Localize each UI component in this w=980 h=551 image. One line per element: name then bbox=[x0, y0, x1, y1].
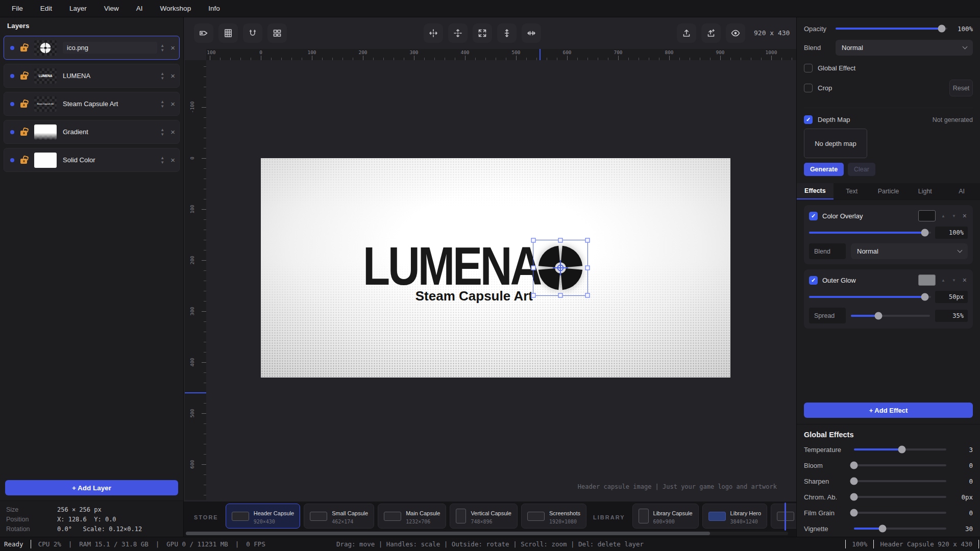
layer-name[interactable]: Steam Capsule Art bbox=[63, 100, 160, 108]
snap-toggle-button[interactable] bbox=[243, 23, 262, 43]
preview-button[interactable] bbox=[726, 23, 745, 43]
resize-handle-se[interactable] bbox=[585, 293, 590, 298]
format-card-small-capsule[interactable]: Small Capsule 462×174 bbox=[304, 504, 374, 529]
resize-handle-s[interactable] bbox=[558, 293, 563, 298]
remove-effect-icon[interactable]: × bbox=[962, 212, 968, 220]
glow-color-swatch[interactable] bbox=[918, 274, 936, 286]
move-layer-down-icon[interactable]: ▼ bbox=[160, 160, 164, 165]
layer-visibility-dot[interactable] bbox=[10, 74, 14, 78]
layer-visibility-dot[interactable] bbox=[10, 158, 14, 162]
selection-center-crosshair[interactable] bbox=[553, 260, 568, 276]
unlock-icon[interactable] bbox=[20, 159, 27, 164]
resize-handle-sw[interactable] bbox=[531, 293, 536, 298]
layer-visibility-dot[interactable] bbox=[10, 102, 14, 106]
format-scrollbar[interactable] bbox=[186, 532, 788, 535]
unlock-icon[interactable] bbox=[20, 131, 27, 136]
move-layer-up-icon[interactable]: ▲ bbox=[160, 156, 164, 160]
spread-slider[interactable] bbox=[851, 315, 930, 317]
menu-layer[interactable]: Layer bbox=[61, 0, 95, 17]
sharpen-slider[interactable] bbox=[854, 480, 946, 482]
tab-particle[interactable]: Particle bbox=[870, 183, 907, 199]
tab-text[interactable]: Text bbox=[834, 183, 870, 199]
fit-to-canvas-button[interactable] bbox=[473, 23, 492, 43]
format-card-screenshots[interactable]: Screenshots 980×551 bbox=[521, 504, 586, 529]
effect-blend-select[interactable]: Normal bbox=[851, 243, 968, 259]
tag-tool-button[interactable] bbox=[194, 23, 213, 43]
crop-checkbox[interactable] bbox=[804, 84, 813, 92]
color-overlay-amount-slider[interactable] bbox=[809, 232, 931, 234]
reset-button[interactable]: Reset bbox=[949, 80, 973, 96]
resize-handle-n[interactable] bbox=[558, 238, 563, 243]
delete-layer-icon[interactable]: × bbox=[170, 71, 175, 80]
layer-row-solid-color[interactable]: Solid Color ▲ ▼ × bbox=[4, 148, 180, 172]
move-effect-down-icon[interactable]: ▼ bbox=[951, 214, 957, 218]
resize-handle-ne[interactable] bbox=[585, 238, 590, 243]
layer-name[interactable]: ico.png bbox=[63, 42, 157, 54]
outer-glow-size-slider[interactable] bbox=[809, 296, 931, 298]
layer-thumbnail[interactable] bbox=[34, 124, 57, 140]
format-card-header-capsule[interactable]: Header Capsule 920×430 bbox=[226, 504, 301, 529]
resize-handle-e[interactable] bbox=[585, 266, 590, 270]
format-card-vertical-capsule[interactable]: Vertical Capsule 748×896 bbox=[450, 504, 518, 529]
format-card-library-hero[interactable]: Library Hero 3840×1240 bbox=[702, 504, 768, 529]
clear-depth-button[interactable]: Clear bbox=[848, 163, 875, 176]
depth-map-checkbox[interactable] bbox=[804, 115, 813, 124]
menu-info[interactable]: Info bbox=[200, 0, 229, 17]
bloom-slider[interactable] bbox=[854, 464, 946, 466]
layer-thumbnail[interactable]: LUMENA bbox=[34, 68, 57, 84]
chromatic-aberration-slider[interactable] bbox=[854, 496, 946, 498]
resize-handle-w[interactable] bbox=[531, 266, 536, 270]
selection-box[interactable] bbox=[533, 240, 588, 296]
move-effect-up-icon[interactable]: ▲ bbox=[940, 214, 946, 218]
resize-handle-nw[interactable] bbox=[531, 238, 536, 243]
tab-ai[interactable]: AI bbox=[943, 183, 980, 199]
menu-workshop[interactable]: Workshop bbox=[152, 0, 200, 17]
move-layer-up-icon[interactable]: ▲ bbox=[160, 71, 164, 76]
tab-effects[interactable]: Effects bbox=[797, 183, 834, 199]
add-effect-button[interactable]: + Add Effect bbox=[804, 403, 973, 418]
delete-layer-icon[interactable]: × bbox=[170, 43, 175, 52]
vignette-slider[interactable] bbox=[854, 528, 946, 530]
delete-layer-icon[interactable]: × bbox=[170, 99, 175, 108]
delete-layer-icon[interactable]: × bbox=[170, 156, 175, 164]
unlock-icon[interactable] bbox=[20, 46, 27, 52]
unlock-icon[interactable] bbox=[20, 74, 27, 80]
blend-select[interactable]: Normal bbox=[836, 40, 973, 56]
grid-toggle-button[interactable] bbox=[218, 23, 238, 43]
tab-light[interactable]: Light bbox=[906, 183, 943, 199]
layer-name[interactable]: LUMENA bbox=[63, 72, 160, 80]
align-horizontal-center-button[interactable] bbox=[424, 23, 443, 43]
move-layer-down-icon[interactable]: ▼ bbox=[160, 76, 164, 81]
layer-row-lumena[interactable]: LUMENA LUMENA ▲ ▼ × bbox=[4, 64, 180, 88]
layer-row-steam-capsule-art[interactable]: Steam Capsule Art Steam Capsule Art ▲ ▼ … bbox=[4, 92, 180, 116]
add-layer-button[interactable]: + Add Layer bbox=[5, 480, 178, 495]
canvas-subtitle-text[interactable]: Steam Capsule Art bbox=[415, 288, 533, 304]
color-swatch[interactable] bbox=[918, 210, 936, 221]
move-layer-down-icon[interactable]: ▼ bbox=[160, 48, 164, 53]
global-effect-checkbox[interactable] bbox=[804, 64, 813, 72]
unlock-icon[interactable] bbox=[20, 103, 27, 108]
format-scrollbar-thumb[interactable] bbox=[186, 532, 710, 535]
color-overlay-checkbox[interactable] bbox=[809, 212, 818, 220]
layout-panels-button[interactable] bbox=[267, 23, 287, 43]
move-layer-up-icon[interactable]: ▲ bbox=[160, 99, 164, 104]
move-layer-up-icon[interactable]: ▲ bbox=[160, 128, 164, 132]
format-card-library-capsule[interactable]: Library Capsule 600×900 bbox=[632, 504, 699, 529]
canvas-title-text[interactable]: LUMENA bbox=[363, 239, 540, 293]
align-vertical-center-button[interactable] bbox=[448, 23, 468, 43]
layer-visibility-dot[interactable] bbox=[10, 46, 14, 50]
stretch-horizontal-button[interactable] bbox=[522, 23, 541, 43]
menu-file[interactable]: File bbox=[3, 0, 32, 17]
outer-glow-checkbox[interactable] bbox=[809, 276, 818, 285]
delete-layer-icon[interactable]: × bbox=[170, 128, 175, 136]
format-card-main-capsule[interactable]: Main Capsule 1232×706 bbox=[378, 504, 446, 529]
film-grain-slider[interactable] bbox=[854, 512, 946, 514]
layer-name[interactable]: Gradient bbox=[63, 128, 160, 136]
move-layer-down-icon[interactable]: ▼ bbox=[160, 132, 164, 137]
move-effect-up-icon[interactable]: ▲ bbox=[940, 278, 946, 283]
move-layer-up-icon[interactable]: ▲ bbox=[160, 43, 164, 48]
layer-thumbnail[interactable] bbox=[34, 153, 57, 168]
layer-row-gradient[interactable]: Gradient ▲ ▼ × bbox=[4, 120, 180, 144]
layer-row-ico[interactable]: ico.png ▲ ▼ × bbox=[4, 36, 180, 60]
move-effect-down-icon[interactable]: ▼ bbox=[951, 278, 957, 283]
